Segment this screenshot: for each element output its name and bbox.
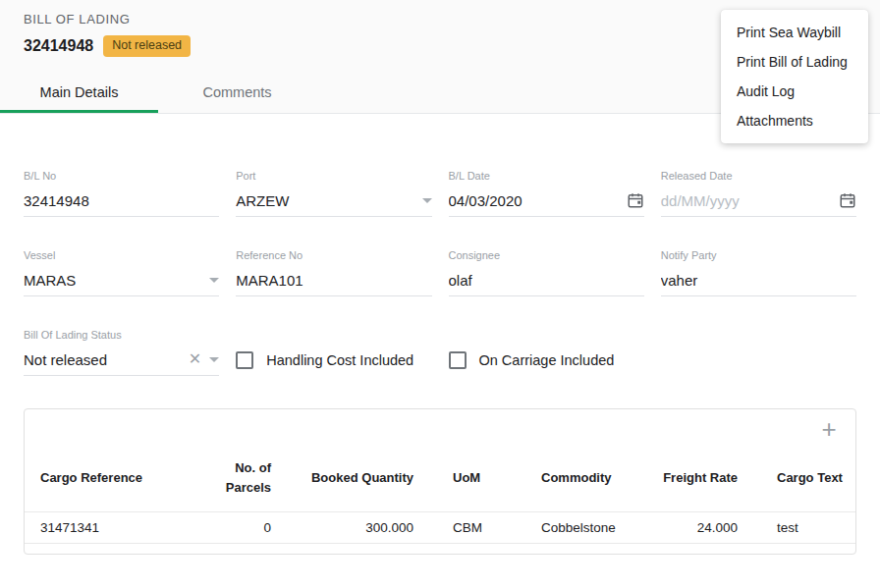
table-row[interactable]: 31471341 0 300.000 CBM Cobbelstone 24.00…: [25, 511, 855, 543]
bl-status-label: Bill Of Lading Status: [24, 329, 219, 342]
status-badge: Not released: [103, 35, 191, 57]
field-bl-date: B/L Date: [449, 170, 644, 217]
bl-no-label: B/L No: [24, 170, 219, 183]
released-date-label: Released Date: [661, 170, 856, 183]
col-header-commodity: Commodity: [541, 443, 659, 512]
chevron-down-icon: [422, 198, 432, 203]
col-header-cargo-text: Cargo Text: [738, 443, 855, 512]
cell-no-of-parcels: 0: [196, 511, 271, 543]
reference-no-input[interactable]: [236, 272, 431, 289]
bill-of-lading-page: { "colors": { "accent_green": "#18A05B",…: [0, 0, 880, 588]
cell-uom: CBM: [413, 511, 541, 543]
reference-no-label: Reference No: [236, 249, 431, 262]
col-header-freight-rate: Freight Rate: [659, 443, 738, 512]
field-reference-no: Reference No: [236, 249, 431, 296]
port-value: ARZEW: [236, 192, 413, 209]
vessel-label: Vessel: [24, 249, 219, 262]
notify-party-input[interactable]: [661, 272, 856, 289]
port-select[interactable]: ARZEW: [236, 187, 431, 217]
bl-status-select[interactable]: Not released ✕: [24, 347, 219, 376]
cargo-card: + Cargo Reference No. of Parcels Booked …: [24, 408, 856, 555]
bl-status-value: Not released: [24, 351, 181, 368]
field-bl-no: B/L No: [24, 170, 219, 217]
menu-item-attachments[interactable]: Attachments: [721, 106, 868, 135]
field-bl-status: Bill Of Lading Status Not released ✕: [24, 329, 219, 376]
chevron-down-icon: [209, 357, 219, 362]
form-row-1: B/L No Port ARZEW B/L Date: [24, 170, 856, 217]
menu-item-audit-log[interactable]: Audit Log: [721, 77, 868, 106]
vessel-select[interactable]: MARAS: [24, 267, 219, 296]
col-header-cargo-reference: Cargo Reference: [25, 443, 196, 512]
field-port: Port ARZEW: [236, 170, 431, 217]
tab-main-details[interactable]: Main Details: [0, 73, 158, 113]
checkbox-box: [449, 351, 467, 369]
col-header-no-of-parcels: No. of Parcels: [196, 443, 271, 512]
table-header-row: Cargo Reference No. of Parcels Booked Qu…: [25, 443, 855, 512]
field-consignee: Consignee: [449, 249, 644, 296]
calendar-icon[interactable]: [839, 191, 856, 209]
bl-date-input[interactable]: [449, 192, 619, 209]
cell-cargo-reference: 31471341: [25, 511, 196, 543]
on-carriage-label: On Carriage Included: [479, 352, 615, 368]
handling-cost-checkbox[interactable]: Handling Cost Included: [236, 345, 431, 376]
cargo-table: Cargo Reference No. of Parcels Booked Qu…: [25, 443, 855, 544]
chevron-down-icon: [209, 278, 219, 283]
col-header-booked-quantity: Booked Quantity: [271, 443, 413, 512]
col-header-uom: UoM: [413, 443, 541, 512]
form-row-2: Vessel MARAS Reference No Consignee Noti…: [24, 249, 856, 296]
bl-date-label: B/L Date: [449, 170, 644, 183]
bl-no-input[interactable]: [24, 192, 219, 209]
menu-item-print-bill-of-lading[interactable]: Print Bill of Lading: [721, 47, 868, 77]
field-released-date: Released Date: [661, 170, 856, 217]
cell-freight-rate: 24.000: [659, 511, 738, 543]
checkbox-box: [236, 351, 253, 369]
cell-cargo-text: test: [738, 511, 855, 543]
cell-commodity: Cobbelstone: [541, 511, 659, 543]
vessel-value: MARAS: [24, 272, 201, 289]
main-details-form: B/L No Port ARZEW B/L Date: [0, 114, 880, 376]
clear-icon[interactable]: ✕: [189, 351, 201, 367]
cargo-card-toolbar: +: [25, 409, 855, 443]
cell-booked-quantity: 300.000: [271, 511, 413, 543]
form-row-3: Bill Of Lading Status Not released ✕ Han…: [24, 329, 856, 376]
bill-of-lading-number: 32414948: [24, 37, 93, 55]
tab-comments[interactable]: Comments: [158, 73, 316, 113]
calendar-icon[interactable]: [627, 191, 644, 209]
released-date-input[interactable]: [661, 192, 831, 209]
consignee-label: Consignee: [449, 249, 644, 262]
port-label: Port: [236, 170, 431, 183]
plus-icon: +: [821, 414, 836, 444]
consignee-input[interactable]: [449, 272, 644, 289]
field-notify-party: Notify Party: [661, 249, 856, 296]
add-cargo-button[interactable]: +: [816, 417, 842, 443]
menu-item-print-sea-waybill[interactable]: Print Sea Waybill: [721, 18, 868, 47]
handling-cost-label: Handling Cost Included: [266, 352, 413, 368]
on-carriage-checkbox[interactable]: On Carriage Included: [449, 345, 644, 376]
context-menu: Print Sea Waybill Print Bill of Lading A…: [721, 10, 868, 143]
field-vessel: Vessel MARAS: [24, 249, 219, 296]
notify-party-label: Notify Party: [661, 249, 856, 262]
